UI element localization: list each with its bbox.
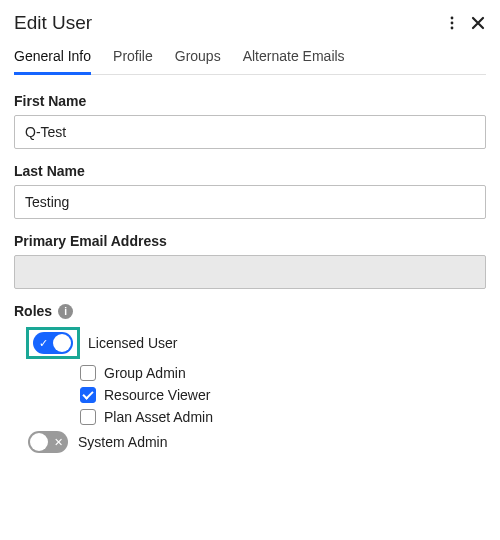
close-icon[interactable] <box>470 15 486 31</box>
primary-email-input <box>14 255 486 289</box>
system-admin-toggle[interactable]: ✕ <box>28 431 68 453</box>
licensed-user-label: Licensed User <box>88 335 178 351</box>
plan-asset-admin-checkbox[interactable] <box>80 409 96 425</box>
last-name-label: Last Name <box>14 163 486 179</box>
check-icon: ✓ <box>39 337 48 350</box>
tabs: General Info Profile Groups Alternate Em… <box>14 42 486 75</box>
dialog-title: Edit User <box>14 12 92 34</box>
first-name-input[interactable] <box>14 115 486 149</box>
group-admin-row: Group Admin <box>80 365 486 381</box>
primary-email-field: Primary Email Address <box>14 233 486 289</box>
resource-viewer-label: Resource Viewer <box>104 387 210 403</box>
last-name-field: Last Name <box>14 163 486 219</box>
svg-point-2 <box>451 27 454 30</box>
resource-viewer-checkbox[interactable] <box>80 387 96 403</box>
tab-general-info[interactable]: General Info <box>14 42 91 75</box>
tab-alternate-emails[interactable]: Alternate Emails <box>243 42 345 75</box>
group-admin-checkbox[interactable] <box>80 365 96 381</box>
plan-asset-admin-row: Plan Asset Admin <box>80 409 486 425</box>
licensed-user-toggle[interactable]: ✓ <box>33 332 73 354</box>
first-name-field: First Name <box>14 93 486 149</box>
first-name-label: First Name <box>14 93 486 109</box>
tab-groups[interactable]: Groups <box>175 42 221 75</box>
plan-asset-admin-label: Plan Asset Admin <box>104 409 213 425</box>
resource-viewer-row: Resource Viewer <box>80 387 486 403</box>
licensed-user-row: ✓ Licensed User <box>26 327 486 359</box>
header-actions <box>444 15 486 31</box>
group-admin-label: Group Admin <box>104 365 186 381</box>
more-options-icon[interactable] <box>444 15 460 31</box>
roles-header: Roles i <box>14 303 486 319</box>
licensed-user-toggle-highlight: ✓ <box>26 327 80 359</box>
last-name-input[interactable] <box>14 185 486 219</box>
svg-point-1 <box>451 22 454 25</box>
svg-point-0 <box>451 17 454 20</box>
dialog-header: Edit User <box>14 12 486 34</box>
tab-profile[interactable]: Profile <box>113 42 153 75</box>
info-icon[interactable]: i <box>58 304 73 319</box>
primary-email-label: Primary Email Address <box>14 233 486 249</box>
roles-label: Roles <box>14 303 52 319</box>
system-admin-row: ✕ System Admin <box>28 431 486 453</box>
x-icon: ✕ <box>54 436 63 449</box>
system-admin-label: System Admin <box>78 434 167 450</box>
